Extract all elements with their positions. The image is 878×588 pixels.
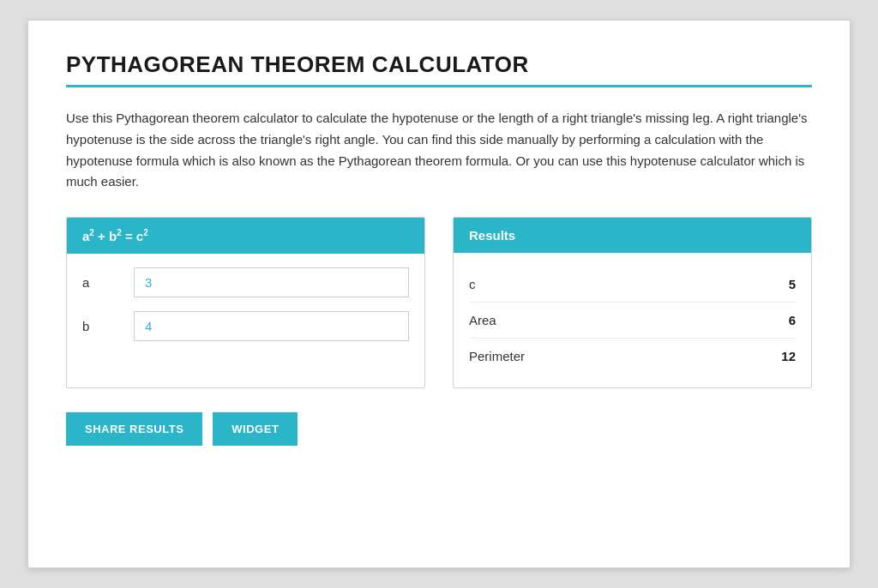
calculator-row: a2 + b2 = c2 a b Results c 5 (66, 217, 812, 388)
result-label-c: c (469, 277, 476, 291)
input-row-a: a (82, 267, 409, 297)
result-value-perimeter: 12 (781, 349, 796, 363)
result-row-c: c 5 (469, 267, 796, 303)
input-b[interactable] (134, 311, 409, 341)
page-title: PYTHAGOREAN THEOREM CALCULATOR (66, 51, 812, 78)
share-results-button[interactable]: SHARE RESULTS (66, 412, 202, 446)
label-a: a (82, 275, 134, 290)
result-value-c: 5 (789, 277, 796, 291)
label-b: b (82, 319, 134, 333)
results-body: c 5 Area 6 Perimeter 12 (454, 253, 811, 387)
result-row-perimeter: Perimeter 12 (469, 339, 796, 374)
result-value-area: 6 (789, 313, 796, 327)
page-container: PYTHAGOREAN THEOREM CALCULATOR Use this … (27, 20, 851, 568)
results-box: Results c 5 Area 6 Perimeter 12 (453, 217, 812, 388)
description: Use this Pythagorean theorem calculator … (66, 108, 812, 193)
calculator-header: a2 + b2 = c2 (67, 218, 424, 254)
result-row-area: Area 6 (469, 303, 796, 339)
result-label-area: Area (469, 313, 496, 327)
title-underline (66, 85, 812, 87)
result-label-perimeter: Perimeter (469, 349, 525, 363)
calculator-body: a b (67, 254, 424, 355)
results-header: Results (454, 218, 811, 253)
input-a[interactable] (134, 267, 409, 297)
input-row-b: b (82, 311, 409, 341)
buttons-row: SHARE RESULTS WIDGET (66, 412, 812, 446)
calculator-box: a2 + b2 = c2 a b (66, 217, 425, 388)
widget-button[interactable]: WIDGET (213, 412, 298, 446)
